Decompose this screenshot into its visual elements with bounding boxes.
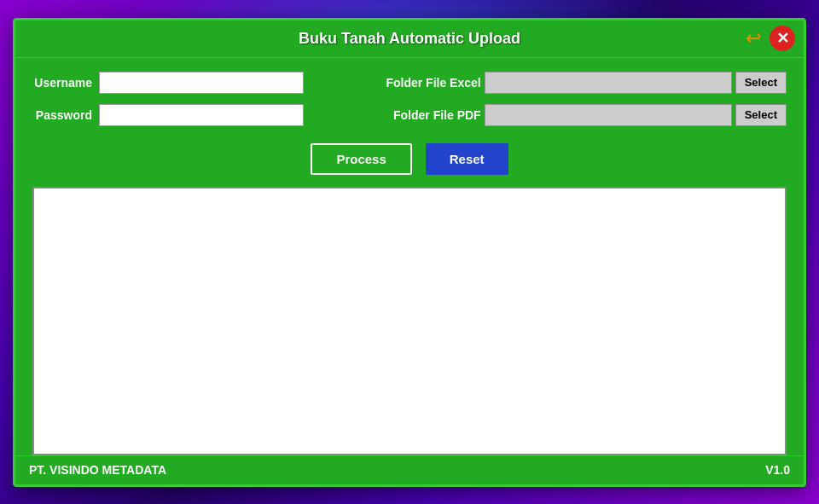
close-icon: ✕	[776, 29, 789, 48]
username-group: Username	[32, 72, 304, 94]
folder-pdf-label: Folder File PDF	[379, 108, 481, 122]
select-excel-button[interactable]: Select	[735, 72, 787, 94]
log-area	[32, 187, 787, 455]
process-button[interactable]: Process	[311, 143, 411, 175]
footer: PT. VISINDO METADATA V1.0	[15, 455, 804, 484]
username-input[interactable]	[99, 72, 304, 94]
folder-pdf-group: Folder File PDF Select	[379, 104, 787, 126]
select-pdf-button[interactable]: Select	[735, 104, 787, 126]
app-window: Buku Tanah Automatic Upload ↩ ✕ Username…	[13, 18, 806, 487]
folder-pdf-input[interactable]	[485, 104, 732, 126]
version-label: V1.0	[765, 463, 790, 477]
form-row-1: Username Folder File Excel Select	[32, 72, 787, 94]
back-icon: ↩	[746, 27, 761, 49]
company-name: PT. VISINDO METADATA	[29, 463, 166, 477]
back-button[interactable]: ↩	[741, 26, 766, 51]
close-button[interactable]: ✕	[770, 26, 795, 51]
password-label: Password	[32, 108, 92, 122]
reset-button[interactable]: Reset	[426, 143, 508, 175]
form-row-2: Password Folder File PDF Select	[32, 104, 787, 126]
title-controls: ↩ ✕	[741, 26, 795, 51]
buttons-row: Process Reset	[15, 135, 804, 187]
form-area: Username Folder File Excel Select Passwo…	[15, 58, 804, 135]
password-input[interactable]	[99, 104, 304, 126]
window-title: Buku Tanah Automatic Upload	[299, 30, 520, 48]
folder-excel-group: Folder File Excel Select	[379, 72, 787, 94]
password-group: Password	[32, 104, 304, 126]
username-label: Username	[32, 76, 92, 90]
title-bar: Buku Tanah Automatic Upload ↩ ✕	[15, 20, 804, 58]
folder-excel-label: Folder File Excel	[379, 76, 481, 90]
folder-excel-input[interactable]	[485, 72, 732, 94]
